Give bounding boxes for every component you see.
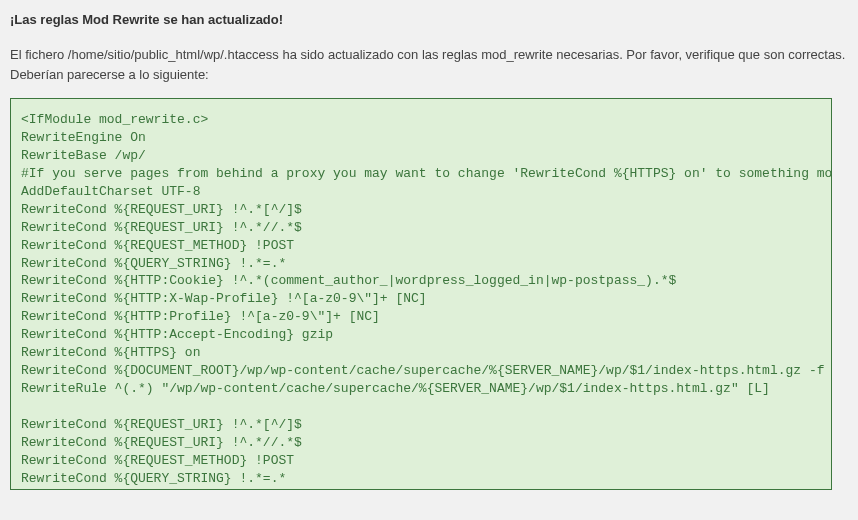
description-text: El fichero /home/sitio/public_html/wp/.h…	[10, 45, 850, 84]
page-title: ¡Las reglas Mod Rewrite se han actualiza…	[10, 12, 850, 27]
htaccess-code: <IfModule mod_rewrite.c> RewriteEngine O…	[21, 111, 821, 488]
code-box[interactable]: <IfModule mod_rewrite.c> RewriteEngine O…	[10, 98, 832, 490]
